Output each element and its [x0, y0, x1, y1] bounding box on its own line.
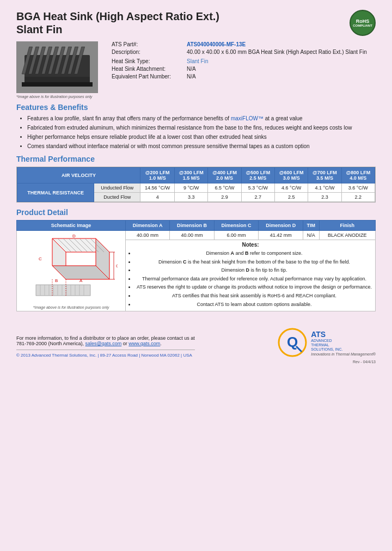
col-700lfm: @700 LFM3.5 M/S	[308, 168, 341, 183]
note-1: Dimension A and B refer to component siz…	[135, 250, 373, 257]
product-info-area: *Image above is for illustration purpose…	[16, 41, 376, 99]
svg-text:C: C	[39, 256, 42, 261]
svg-rect-11	[22, 82, 93, 87]
ducted-600: 2.5	[275, 193, 308, 202]
product-image-area: *Image above is for illustration purpose…	[16, 41, 103, 99]
svg-text:A: A	[79, 278, 83, 283]
page: BGA Heat Sink (High Aspect Ratio Ext.) S…	[0, 0, 392, 551]
thermal-table-wrapper: AIR VELOCITY @200 LFM1.0 M/S @300 LFM1.5…	[16, 167, 376, 203]
schematic-image: D C B A C	[25, 233, 118, 304]
rohs-text: RoHS	[356, 19, 370, 24]
unducted-600: 4.6 °C/W	[275, 183, 308, 193]
attachment-label: Heat Sink Attachment:	[112, 66, 182, 72]
dim-b-value: 40.00 mm	[170, 231, 215, 240]
features-list: Features a low profile, slant fin array …	[16, 115, 376, 150]
schematic-cell: D C B A C	[17, 231, 126, 311]
ats-logo-area: Q ATS ADVANCED THERMAL SOLUTIONS, INC. I…	[278, 328, 376, 358]
ducted-300: 3.3	[175, 193, 208, 202]
unducted-flow-label: Unducted Flow	[94, 183, 140, 193]
footer-contact-text: For more information, to find a distribu…	[16, 335, 195, 346]
detail-table: Schematic Image Dimension A Dimension B …	[16, 220, 376, 311]
col-dim-b: Dimension B	[170, 221, 215, 231]
ducted-700: 2.3	[308, 193, 341, 202]
notes-list: Dimension A and B refer to component siz…	[127, 250, 373, 308]
col-800lfm: @800 LFM4.0 M/S	[341, 168, 375, 183]
part-label: ATS Part#:	[112, 41, 182, 47]
unducted-200: 14.56 °C/W	[140, 183, 175, 193]
part-value: ATS040040006-MF-13E	[187, 41, 246, 47]
attachment-value: N/A	[187, 66, 196, 72]
note-2: Dimension C is the heat sink height from…	[135, 259, 373, 266]
or-text: or	[123, 341, 129, 346]
footer-left: For more information, to find a distribu…	[16, 335, 195, 358]
notes-cell: Notes: Dimension A and B refer to compon…	[126, 240, 376, 311]
thermal-resistance-label: THERMAL RESISTANCE	[17, 183, 94, 202]
col-300lfm: @300 LFM1.5 M/S	[175, 168, 208, 183]
unducted-300: 9 °C/W	[175, 183, 208, 193]
feature-item-2: Fabricated from extruded aluminum, which…	[27, 124, 376, 132]
spec-part-row: ATS Part#: ATS040040006-MF-13E	[112, 41, 376, 47]
compliant-text: COMPLIANT	[353, 24, 372, 27]
schematic-svg: D C B A C	[25, 233, 118, 304]
rohs-badge: RoHS COMPLIANT	[350, 10, 376, 36]
note-6: ATS certifies that this heat sink assemb…	[135, 292, 373, 299]
dim-a-value: 40.00 mm	[126, 231, 170, 240]
unducted-500: 5.3 °C/W	[241, 183, 274, 193]
ats-main: ATS	[311, 330, 376, 339]
col-schematic: Schematic Image	[17, 221, 126, 231]
detail-table-wrapper: Schematic Image Dimension A Dimension B …	[16, 220, 376, 311]
schematic-image-note: *Image above is for illustration purpose…	[19, 305, 124, 309]
col-finish: Finish	[319, 221, 375, 231]
feature-item-4: Comes standard without interface materia…	[27, 143, 376, 150]
col-200lfm: @200 LFM1.0 M/S	[140, 168, 175, 183]
unducted-700: 4.1 °C/W	[308, 183, 341, 193]
equiv-label: Equivalent Part Number:	[112, 74, 182, 79]
type-label: Heat Sink Type:	[112, 58, 182, 64]
ducted-200: 4	[140, 193, 175, 202]
feature-item-1: Features a low profile, slant fin array …	[27, 115, 376, 123]
rev-note: Rev - 04/4/13	[16, 360, 376, 364]
feature-item-3: Higher performance helps ensure reliable…	[27, 133, 376, 141]
ats-q-logo: Q	[278, 328, 308, 358]
note-3: Dimension D is fin tip to fin tip.	[135, 267, 373, 274]
header-section: BGA Heat Sink (High Aspect Ratio Ext.) S…	[16, 10, 376, 36]
spec-desc-row: Description: 40.00 x 40.00 x 6.00 mm BGA…	[112, 49, 376, 55]
note-4: Thermal performance data are provided fo…	[135, 276, 373, 283]
equiv-value: N/A	[187, 74, 196, 79]
ats-tagline: Innovations in Thermal Management®	[311, 352, 376, 356]
ducted-500: 2.7	[241, 193, 274, 202]
title-line1: BGA Heat Sink (High Aspect Ratio Ext.) S…	[16, 10, 219, 36]
col-dim-d: Dimension D	[259, 221, 303, 231]
ducted-flow-label: Ducted Flow	[94, 193, 140, 202]
notes-heading: Notes:	[127, 242, 373, 248]
unducted-800: 3.6 °C/W	[341, 183, 375, 193]
col-tim: TIM	[303, 221, 319, 231]
svg-text:D: D	[72, 234, 76, 238]
note-7: Contact ATS to learn about custom option…	[135, 301, 373, 308]
col-dim-c: Dimension C	[214, 221, 259, 231]
type-value: Slant Fin	[187, 58, 208, 64]
product-title: BGA Heat Sink (High Aspect Ratio Ext.) S…	[16, 10, 219, 36]
website-link[interactable]: www.qats.com	[128, 341, 160, 346]
desc-value: 40.00 x 40.00 x 6.00 mm BGA Heat Sink (H…	[187, 49, 367, 55]
svg-text:B: B	[55, 278, 58, 283]
col-400lfm: @400 LFM2.0 M/S	[208, 168, 241, 183]
svg-text:Q: Q	[287, 334, 298, 350]
ducted-800: 2.2	[341, 193, 375, 202]
tim-value: N/A	[303, 231, 319, 240]
email-link[interactable]: sales@qats.com	[85, 341, 122, 346]
spec-attachment-row: Heat Sink Attachment: N/A	[112, 66, 376, 72]
svg-rect-23	[36, 285, 90, 296]
spec-type-row: Heat Sink Type: Slant Fin	[112, 58, 376, 64]
finish-value: BLACK ANODIZE	[319, 231, 375, 240]
footer-copyright: © 2013 Advanced Thermal Solutions, Inc. …	[16, 350, 195, 358]
product-specs: ATS Part#: ATS040040006-MF-13E Descripti…	[112, 41, 376, 99]
col-600lfm: @600 LFM3.0 M/S	[275, 168, 308, 183]
air-velocity-header: AIR VELOCITY	[17, 168, 140, 183]
thermal-table: AIR VELOCITY @200 LFM1.0 M/S @300 LFM1.5…	[17, 167, 375, 202]
unducted-400: 6.5 °C/W	[208, 183, 241, 193]
ats-text-block: ATS ADVANCED THERMAL SOLUTIONS, INC. Inn…	[311, 330, 376, 356]
col-dim-a: Dimension A	[126, 221, 170, 231]
image-note: *Image above is for illustration purpose…	[16, 95, 103, 99]
desc-label: Description:	[112, 49, 182, 55]
